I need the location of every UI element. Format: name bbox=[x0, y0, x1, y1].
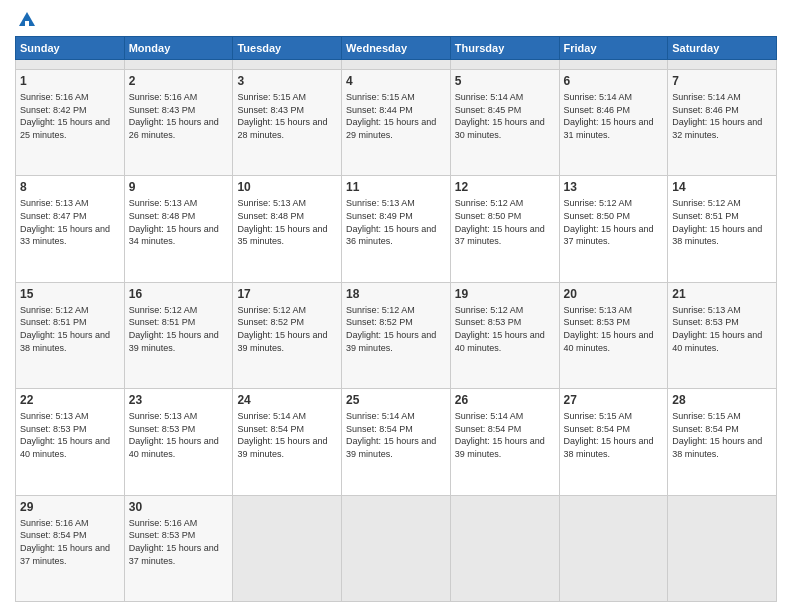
cell-info: Sunrise: 5:14 AMSunset: 8:54 PMDaylight:… bbox=[346, 410, 446, 460]
calendar-cell bbox=[342, 60, 451, 70]
calendar-header-cell: Tuesday bbox=[233, 37, 342, 60]
calendar-cell: 8Sunrise: 5:13 AMSunset: 8:47 PMDaylight… bbox=[16, 176, 125, 282]
page: SundayMondayTuesdayWednesdayThursdayFrid… bbox=[0, 0, 792, 612]
cell-info: Sunrise: 5:12 AMSunset: 8:51 PMDaylight:… bbox=[20, 304, 120, 354]
calendar-cell: 17Sunrise: 5:12 AMSunset: 8:52 PMDayligh… bbox=[233, 282, 342, 388]
cell-info: Sunrise: 5:15 AMSunset: 8:44 PMDaylight:… bbox=[346, 91, 446, 141]
calendar-cell: 3Sunrise: 5:15 AMSunset: 8:43 PMDaylight… bbox=[233, 69, 342, 175]
cell-info: Sunrise: 5:13 AMSunset: 8:53 PMDaylight:… bbox=[564, 304, 664, 354]
calendar-cell: 23Sunrise: 5:13 AMSunset: 8:53 PMDayligh… bbox=[124, 389, 233, 495]
cell-info: Sunrise: 5:12 AMSunset: 8:50 PMDaylight:… bbox=[455, 197, 555, 247]
day-number: 26 bbox=[455, 392, 555, 408]
calendar-cell bbox=[450, 60, 559, 70]
day-number: 29 bbox=[20, 499, 120, 515]
cell-info: Sunrise: 5:12 AMSunset: 8:50 PMDaylight:… bbox=[564, 197, 664, 247]
cell-info: Sunrise: 5:14 AMSunset: 8:45 PMDaylight:… bbox=[455, 91, 555, 141]
calendar-cell: 19Sunrise: 5:12 AMSunset: 8:53 PMDayligh… bbox=[450, 282, 559, 388]
day-number: 17 bbox=[237, 286, 337, 302]
cell-info: Sunrise: 5:12 AMSunset: 8:52 PMDaylight:… bbox=[237, 304, 337, 354]
calendar-cell: 21Sunrise: 5:13 AMSunset: 8:53 PMDayligh… bbox=[668, 282, 777, 388]
day-number: 20 bbox=[564, 286, 664, 302]
cell-info: Sunrise: 5:16 AMSunset: 8:53 PMDaylight:… bbox=[129, 517, 229, 567]
logo-icon bbox=[17, 10, 37, 30]
cell-info: Sunrise: 5:14 AMSunset: 8:46 PMDaylight:… bbox=[672, 91, 772, 141]
calendar-cell: 15Sunrise: 5:12 AMSunset: 8:51 PMDayligh… bbox=[16, 282, 125, 388]
calendar-cell: 13Sunrise: 5:12 AMSunset: 8:50 PMDayligh… bbox=[559, 176, 668, 282]
calendar-cell bbox=[450, 495, 559, 601]
calendar-body: 1Sunrise: 5:16 AMSunset: 8:42 PMDaylight… bbox=[16, 60, 777, 602]
day-number: 28 bbox=[672, 392, 772, 408]
calendar-cell: 2Sunrise: 5:16 AMSunset: 8:43 PMDaylight… bbox=[124, 69, 233, 175]
calendar-header-cell: Thursday bbox=[450, 37, 559, 60]
calendar-cell: 29Sunrise: 5:16 AMSunset: 8:54 PMDayligh… bbox=[16, 495, 125, 601]
cell-info: Sunrise: 5:14 AMSunset: 8:46 PMDaylight:… bbox=[564, 91, 664, 141]
cell-info: Sunrise: 5:15 AMSunset: 8:43 PMDaylight:… bbox=[237, 91, 337, 141]
cell-info: Sunrise: 5:13 AMSunset: 8:53 PMDaylight:… bbox=[20, 410, 120, 460]
logo bbox=[15, 10, 37, 30]
calendar-cell: 30Sunrise: 5:16 AMSunset: 8:53 PMDayligh… bbox=[124, 495, 233, 601]
calendar-cell bbox=[124, 60, 233, 70]
calendar-cell bbox=[233, 60, 342, 70]
day-number: 9 bbox=[129, 179, 229, 195]
calendar-cell: 6Sunrise: 5:14 AMSunset: 8:46 PMDaylight… bbox=[559, 69, 668, 175]
calendar-cell bbox=[559, 60, 668, 70]
cell-info: Sunrise: 5:16 AMSunset: 8:42 PMDaylight:… bbox=[20, 91, 120, 141]
calendar-cell: 22Sunrise: 5:13 AMSunset: 8:53 PMDayligh… bbox=[16, 389, 125, 495]
calendar-cell: 5Sunrise: 5:14 AMSunset: 8:45 PMDaylight… bbox=[450, 69, 559, 175]
calendar-week-row: 29Sunrise: 5:16 AMSunset: 8:54 PMDayligh… bbox=[16, 495, 777, 601]
day-number: 11 bbox=[346, 179, 446, 195]
calendar-cell: 12Sunrise: 5:12 AMSunset: 8:50 PMDayligh… bbox=[450, 176, 559, 282]
day-number: 2 bbox=[129, 73, 229, 89]
day-number: 12 bbox=[455, 179, 555, 195]
calendar-cell: 24Sunrise: 5:14 AMSunset: 8:54 PMDayligh… bbox=[233, 389, 342, 495]
cell-info: Sunrise: 5:12 AMSunset: 8:52 PMDaylight:… bbox=[346, 304, 446, 354]
calendar-header-cell: Saturday bbox=[668, 37, 777, 60]
cell-info: Sunrise: 5:16 AMSunset: 8:54 PMDaylight:… bbox=[20, 517, 120, 567]
calendar-week-row: 15Sunrise: 5:12 AMSunset: 8:51 PMDayligh… bbox=[16, 282, 777, 388]
day-number: 8 bbox=[20, 179, 120, 195]
cell-info: Sunrise: 5:15 AMSunset: 8:54 PMDaylight:… bbox=[564, 410, 664, 460]
cell-info: Sunrise: 5:13 AMSunset: 8:53 PMDaylight:… bbox=[672, 304, 772, 354]
calendar-cell: 20Sunrise: 5:13 AMSunset: 8:53 PMDayligh… bbox=[559, 282, 668, 388]
day-number: 15 bbox=[20, 286, 120, 302]
calendar-header-cell: Monday bbox=[124, 37, 233, 60]
day-number: 5 bbox=[455, 73, 555, 89]
day-number: 27 bbox=[564, 392, 664, 408]
calendar-cell bbox=[16, 60, 125, 70]
calendar-cell bbox=[668, 60, 777, 70]
day-number: 14 bbox=[672, 179, 772, 195]
calendar-cell: 16Sunrise: 5:12 AMSunset: 8:51 PMDayligh… bbox=[124, 282, 233, 388]
calendar-cell: 28Sunrise: 5:15 AMSunset: 8:54 PMDayligh… bbox=[668, 389, 777, 495]
cell-info: Sunrise: 5:14 AMSunset: 8:54 PMDaylight:… bbox=[237, 410, 337, 460]
cell-info: Sunrise: 5:16 AMSunset: 8:43 PMDaylight:… bbox=[129, 91, 229, 141]
calendar-header-cell: Sunday bbox=[16, 37, 125, 60]
calendar-cell: 14Sunrise: 5:12 AMSunset: 8:51 PMDayligh… bbox=[668, 176, 777, 282]
day-number: 4 bbox=[346, 73, 446, 89]
header bbox=[15, 10, 777, 30]
calendar-cell bbox=[668, 495, 777, 601]
cell-info: Sunrise: 5:12 AMSunset: 8:51 PMDaylight:… bbox=[672, 197, 772, 247]
day-number: 16 bbox=[129, 286, 229, 302]
cell-info: Sunrise: 5:13 AMSunset: 8:49 PMDaylight:… bbox=[346, 197, 446, 247]
calendar-cell: 9Sunrise: 5:13 AMSunset: 8:48 PMDaylight… bbox=[124, 176, 233, 282]
cell-info: Sunrise: 5:13 AMSunset: 8:48 PMDaylight:… bbox=[129, 197, 229, 247]
day-number: 13 bbox=[564, 179, 664, 195]
cell-info: Sunrise: 5:12 AMSunset: 8:51 PMDaylight:… bbox=[129, 304, 229, 354]
calendar-week-row: 1Sunrise: 5:16 AMSunset: 8:42 PMDaylight… bbox=[16, 69, 777, 175]
cell-info: Sunrise: 5:13 AMSunset: 8:53 PMDaylight:… bbox=[129, 410, 229, 460]
day-number: 21 bbox=[672, 286, 772, 302]
calendar-cell: 27Sunrise: 5:15 AMSunset: 8:54 PMDayligh… bbox=[559, 389, 668, 495]
calendar-cell: 4Sunrise: 5:15 AMSunset: 8:44 PMDaylight… bbox=[342, 69, 451, 175]
calendar-cell: 7Sunrise: 5:14 AMSunset: 8:46 PMDaylight… bbox=[668, 69, 777, 175]
day-number: 25 bbox=[346, 392, 446, 408]
day-number: 6 bbox=[564, 73, 664, 89]
calendar-header-cell: Friday bbox=[559, 37, 668, 60]
calendar-week-row: 8Sunrise: 5:13 AMSunset: 8:47 PMDaylight… bbox=[16, 176, 777, 282]
calendar-week-row: 22Sunrise: 5:13 AMSunset: 8:53 PMDayligh… bbox=[16, 389, 777, 495]
day-number: 30 bbox=[129, 499, 229, 515]
calendar-cell bbox=[233, 495, 342, 601]
calendar-cell: 26Sunrise: 5:14 AMSunset: 8:54 PMDayligh… bbox=[450, 389, 559, 495]
day-number: 18 bbox=[346, 286, 446, 302]
calendar-header: SundayMondayTuesdayWednesdayThursdayFrid… bbox=[16, 37, 777, 60]
cell-info: Sunrise: 5:15 AMSunset: 8:54 PMDaylight:… bbox=[672, 410, 772, 460]
